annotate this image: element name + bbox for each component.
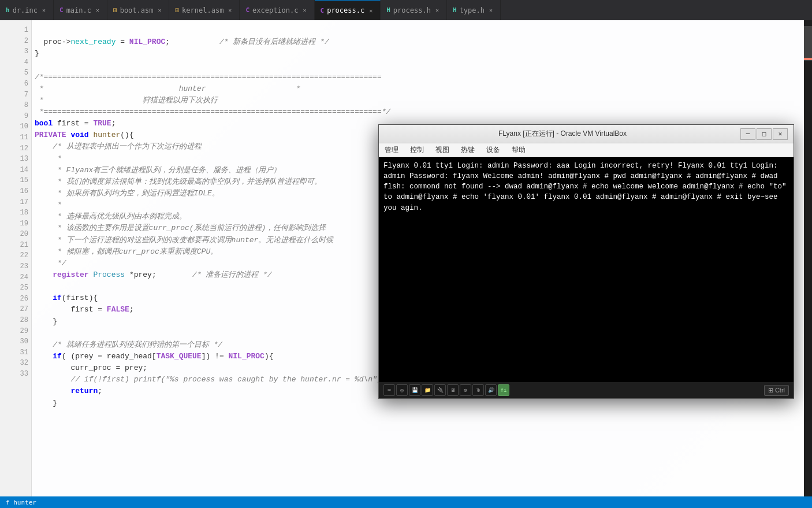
scrollbar-marker (804, 58, 812, 60)
vbox-menu-manage[interactable]: 管理 (379, 143, 404, 157)
tab-close-inc[interactable]: ✕ (40, 6, 47, 14)
vbox-close-btn[interactable]: ✕ (773, 128, 788, 140)
tab-process-c[interactable]: C process.c ✕ (315, 0, 381, 20)
virtualbox-window: FLyanx [正在运行] - Oracle VM VirtualBox ─ □… (378, 124, 794, 399)
tab-icon-boot-asm: ⊞ (113, 6, 117, 14)
tab-close-kernel-asm[interactable]: ✕ (226, 6, 233, 14)
vbox-icon-3: 💾 (409, 384, 420, 396)
vbox-status-icons: ⌨ ◎ 💾 📁 🔌 🖥 ⚙ 🖱 🔊 fi (383, 384, 762, 396)
tab-bar: h dr.inc ✕ C main.c ✕ ⊞ boot.asm ✕ ⊞ ker… (0, 0, 812, 20)
tab-label-main-c: main.c (66, 6, 91, 14)
tab-type-h[interactable]: H type.h ✕ (447, 0, 501, 20)
vbox-menubar: 管理 控制 视图 热键 设备 帮助 (379, 143, 794, 157)
vbox-menu-device[interactable]: 设备 (481, 143, 506, 157)
tab-icon-type-h: H (453, 6, 457, 14)
tab-label-inc: dr.inc (13, 6, 38, 14)
tab-exception-c[interactable]: C exception.c ✕ (240, 0, 314, 20)
tab-close-boot-asm[interactable]: ✕ (156, 6, 163, 14)
vbox-icon-5: 🔌 (434, 384, 446, 396)
tab-boot-asm[interactable]: ⊞ boot.asm ✕ (107, 0, 169, 20)
vbox-minimize-btn[interactable]: ─ (740, 128, 755, 140)
status-bar: f hunter (0, 496, 812, 508)
tab-icon-process-c: C (321, 7, 325, 14)
vbox-icon-9: 🔊 (485, 384, 497, 396)
vbox-menu-control[interactable]: 控制 (404, 143, 430, 157)
vbox-maximize-btn[interactable]: □ (757, 128, 772, 140)
tab-inc[interactable]: h dr.inc ✕ (0, 0, 54, 20)
tab-label-process-h: process.h (393, 6, 431, 14)
tab-icon-process-h: H (386, 6, 390, 14)
vbox-icon-10: fi (498, 384, 509, 396)
tab-icon-c: C (59, 6, 64, 14)
vbox-icon-4: 📁 (422, 384, 433, 396)
vbox-icon-8: 🖱 (472, 384, 484, 396)
vbox-ctrl-label: ⊞ Ctrl (764, 385, 789, 396)
line-numbers: 1 2 3 4 5 6 7 8 9 10 11 12 13 14 15 16 1… (0, 20, 32, 496)
tab-label-exception-c: exception.c (252, 6, 298, 14)
scrollbar-thumb[interactable] (804, 26, 812, 61)
vbox-icon-1: ⌨ (383, 384, 395, 396)
vbox-titlebar: FLyanx [正在运行] - Oracle VM VirtualBox ─ □… (379, 125, 794, 143)
tab-close-process-c[interactable]: ✕ (367, 7, 374, 14)
vbox-menu-hotkey[interactable]: 热键 (455, 143, 481, 157)
vbox-icon-2: ◎ (396, 384, 408, 396)
tab-label-process-c: process.c (327, 6, 364, 14)
tab-process-h[interactable]: H process.h ✕ (381, 0, 447, 20)
tab-close-process-h[interactable]: ✕ (434, 6, 441, 14)
tab-kernel-asm[interactable]: ⊞ kernel.asm ✕ (169, 0, 240, 20)
tab-close-type-h[interactable]: ✕ (487, 6, 494, 14)
tab-icon-kernel-asm: ⊞ (175, 6, 179, 14)
tab-close-main-c[interactable]: ✕ (94, 6, 101, 14)
status-text: f hunter (6, 499, 36, 506)
tab-close-exception-c[interactable]: ✕ (301, 6, 308, 14)
vbox-icon-7: ⚙ (460, 384, 471, 396)
tab-icon-exception-c: C (245, 6, 249, 14)
tab-label-type-h: type.h (460, 6, 485, 14)
vbox-terminal[interactable]: Flyanx 0.01 tty1 Login: admin Password: … (379, 157, 794, 382)
vbox-title: FLyanx [正在运行] - Oracle VM VirtualBox (385, 129, 740, 139)
tab-label-kernel-asm: kernel.asm (182, 6, 224, 14)
vbox-icon-6: 🖥 (447, 384, 459, 396)
scrollbar[interactable] (804, 20, 812, 496)
vbox-menu-view[interactable]: 视图 (430, 143, 455, 157)
vbox-menu-help[interactable]: 帮助 (506, 143, 531, 157)
tab-label-boot-asm: boot.asm (120, 6, 154, 14)
vbox-window-controls: ─ □ ✕ (740, 128, 788, 140)
tab-main-c[interactable]: C main.c ✕ (54, 0, 107, 20)
vbox-statusbar: ⌨ ◎ 💾 📁 🔌 🖥 ⚙ 🖱 🔊 fi ⊞ Ctrl (379, 382, 794, 398)
tab-icon-inc: h (6, 6, 10, 14)
